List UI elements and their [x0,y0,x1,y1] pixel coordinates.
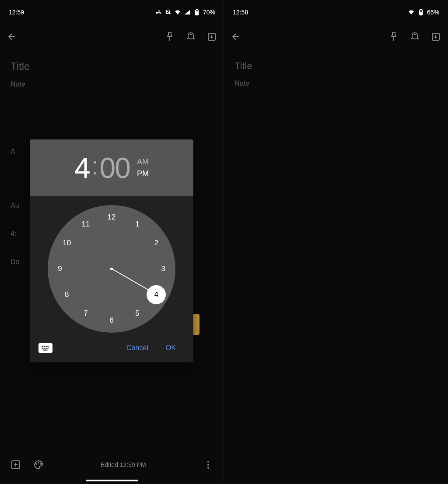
clock-number-7[interactable]: 7 [84,309,88,318]
note-body: Title Note [224,49,448,91]
back-arrow-icon[interactable] [231,31,242,42]
pin-icon[interactable] [388,31,399,42]
clock-number-3[interactable]: 3 [161,265,165,273]
add-box-icon[interactable] [10,460,21,470]
phone-left: 12:59 G 70% [0,0,224,484]
svg-point-28 [207,467,209,469]
statusbar: 12:59 G 70% [0,0,224,24]
dialog-actions: Cancel OK [30,336,193,362]
am-option[interactable]: AM [137,157,149,167]
note-bottom-toolbar: Edited 12:59 PM [0,460,224,470]
wifi-icon [408,9,415,16]
svg-rect-19 [43,350,48,351]
phone-right: 12:58 66% Title Note SELECT T [224,0,448,484]
svg-rect-30 [420,9,422,10]
clock-number-11[interactable]: 11 [82,220,90,229]
note-text[interactable]: Note [234,80,438,87]
svg-rect-11 [42,346,43,347]
pin-icon[interactable] [164,31,175,42]
note-text[interactable]: Note [10,80,214,88]
battery-pct: 66% [427,9,439,16]
archive-icon[interactable] [206,31,217,42]
vpn-key-icon: G [155,9,162,16]
svg-text:G: G [158,10,160,12]
clock-number-2[interactable]: 2 [154,239,158,247]
battery-icon [417,9,424,16]
battery-icon [193,9,200,16]
svg-rect-16 [44,348,45,349]
clock-number-5[interactable]: 5 [135,309,139,318]
back-arrow-icon[interactable] [7,31,18,42]
statusbar-right: 66% [408,9,439,16]
minute-value[interactable]: 00 [99,151,130,185]
note-title[interactable]: Title [234,60,438,72]
palette-icon[interactable] [33,460,44,470]
ampm-toggle[interactable]: AM PM [137,157,149,178]
clock-number-1[interactable]: 1 [135,220,139,229]
clock-selector[interactable]: 4 [147,285,166,304]
svg-point-24 [38,462,39,463]
reminder-icon[interactable] [186,31,196,42]
svg-point-23 [36,463,37,464]
statusbar-time: 12:59 [9,9,24,16]
svg-rect-12 [44,346,45,347]
svg-rect-15 [42,348,43,349]
svg-rect-18 [47,348,49,349]
battery-pct: 70% [203,9,215,16]
overflow-menu-icon[interactable] [203,460,214,470]
svg-rect-31 [420,12,422,15]
signal-icon [184,9,191,16]
svg-point-25 [40,463,41,464]
nav-handle[interactable] [86,480,138,481]
statusbar: 12:58 66% [224,0,448,24]
clock-number-12[interactable]: 12 [108,213,116,222]
archive-icon[interactable] [430,31,441,42]
wifi-icon [174,9,181,16]
note-body: Title Note [0,49,224,92]
colon: : [91,150,98,181]
ok-button[interactable]: OK [157,341,185,355]
note-title[interactable]: Title [10,60,214,73]
clock-number-6[interactable]: 6 [109,316,113,325]
clock-face[interactable]: 1212345678910114 [48,205,175,333]
clock-number-9[interactable]: 9 [58,265,62,273]
clock-number-8[interactable]: 8 [65,290,69,299]
reminder-icon[interactable] [410,31,420,42]
time-display: 4 : 00 [74,151,130,185]
svg-point-27 [207,464,209,466]
dnd-off-icon [164,9,172,16]
pm-option[interactable]: PM [137,169,149,178]
svg-rect-13 [46,346,47,347]
svg-point-26 [207,461,209,463]
clock-number-10[interactable]: 10 [63,239,71,247]
statusbar-right: G 70% [155,9,215,16]
time-picker-header: 4 : 00 AM PM [30,139,193,196]
keyboard-toggle-icon[interactable] [38,343,52,353]
statusbar-time: 12:58 [233,9,248,16]
time-picker-dialog-old: 4 : 00 AM PM 1212345678910114 Cancel OK [30,139,193,362]
svg-rect-6 [196,9,198,10]
hour-value[interactable]: 4 [74,151,90,185]
svg-rect-2 [160,12,161,14]
cancel-button[interactable]: Cancel [118,341,157,355]
edited-label: Edited 12:59 PM [56,461,191,468]
note-toolbar [224,24,448,49]
svg-rect-14 [47,346,49,347]
svg-rect-17 [46,348,47,349]
note-toolbar [0,24,224,49]
svg-rect-7 [196,12,198,15]
